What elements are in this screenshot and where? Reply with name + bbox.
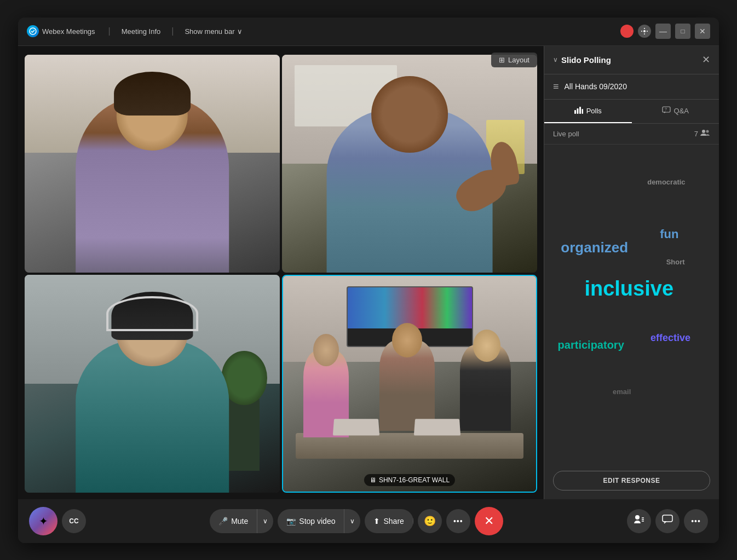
webex-logo: Webex Meetings xyxy=(27,25,95,37)
video-cell-3 xyxy=(25,275,280,493)
word-cloud-word: effective xyxy=(650,332,690,344)
slido-title: Slido Polling xyxy=(561,55,702,65)
layout-button[interactable]: ⊞ Layout xyxy=(491,53,537,67)
slido-toolbar: ≡ All Hands 09/2020 xyxy=(544,74,719,100)
participants-button[interactable] xyxy=(627,509,651,533)
slido-tabs: Polls ? Q&A xyxy=(544,100,719,124)
screen-share-icon: 🖥 xyxy=(370,476,376,484)
chat-button[interactable] xyxy=(655,509,680,533)
share-button[interactable]: ⬆ Share xyxy=(365,509,413,533)
svg-point-8 xyxy=(702,130,705,133)
word-cloud: inclusiveorganizedfunparticipatoryeffect… xyxy=(544,145,719,471)
word-cloud-word: democratic xyxy=(647,178,685,187)
settings-button[interactable] xyxy=(638,25,651,38)
video-grid: 🖥 SHN7-16-GREAT WALL xyxy=(25,55,537,493)
video-camera-icon: 📷 xyxy=(286,517,296,526)
tab-polls[interactable]: Polls xyxy=(544,100,632,123)
title-bar: Webex Meetings | Meeting Info | Show men… xyxy=(18,18,719,46)
layout-icon: ⊞ xyxy=(499,56,505,64)
show-menu-button[interactable]: Show menu bar ∨ xyxy=(180,25,246,38)
slido-meeting-title: All Hands 09/2020 xyxy=(565,82,710,91)
more-right-icon: ••• xyxy=(691,517,701,526)
more-options-button[interactable]: ••• xyxy=(446,509,470,533)
mute-dropdown-button[interactable]: ∨ xyxy=(257,517,273,525)
mute-button[interactable]: 🎤 Mute xyxy=(210,509,257,533)
window-minimize-button[interactable]: — xyxy=(655,24,671,39)
window-close-button[interactable]: ✕ xyxy=(695,24,710,39)
word-cloud-word: inclusive xyxy=(584,276,673,302)
title-bar-right: — □ ✕ xyxy=(620,24,710,39)
qa-icon: ? xyxy=(662,106,671,116)
chat-icon xyxy=(662,515,673,527)
live-poll-label: Live poll xyxy=(553,130,579,138)
live-poll-bar: Live poll 7 xyxy=(544,124,719,145)
polls-icon xyxy=(574,106,583,116)
participants-icon xyxy=(700,129,710,138)
window-maximize-button[interactable]: □ xyxy=(675,24,690,39)
video-area: ⊞ Layout xyxy=(18,46,544,499)
mute-control: 🎤 Mute ∨ xyxy=(210,509,273,533)
svg-rect-5 xyxy=(581,109,583,114)
word-cloud-word: organized xyxy=(561,239,628,256)
edit-response-button[interactable]: EDIT RESPONSE xyxy=(553,471,710,490)
captions-button[interactable]: CC xyxy=(62,509,86,533)
video-control: 📷 Stop video ∨ xyxy=(278,509,360,533)
reactions-button[interactable]: 🙂 xyxy=(418,509,442,533)
svg-text:?: ? xyxy=(665,107,667,111)
slido-header: ∨ Slido Polling ✕ xyxy=(544,46,719,74)
title-divider-2: | xyxy=(171,26,174,36)
slido-close-button[interactable]: ✕ xyxy=(702,54,710,66)
word-cloud-word: fun xyxy=(660,227,678,241)
participants-list-icon xyxy=(634,515,644,527)
svg-rect-14 xyxy=(663,515,672,522)
participant-name-4: SHN7-16-GREAT WALL xyxy=(379,476,450,484)
participant-count: 7 xyxy=(694,129,710,138)
bottom-controls: ✦ CC 🎤 Mute ∨ 📷 Stop video ∨ xyxy=(18,499,719,543)
microphone-icon: 🎤 xyxy=(218,517,228,526)
webex-logo-icon xyxy=(27,25,39,37)
stop-video-button[interactable]: 📷 Stop video xyxy=(278,509,344,533)
controls-center: 🎤 Mute ∨ 📷 Stop video ∨ ⬆ Share 🙂 xyxy=(210,507,503,535)
svg-point-1 xyxy=(643,30,646,32)
main-content: ⊞ Layout xyxy=(18,46,719,499)
more-right-button[interactable]: ••• xyxy=(684,509,708,533)
video-top-bar: ⊞ Layout xyxy=(491,53,537,67)
video-cell-2 xyxy=(282,55,537,273)
captions-icon: CC xyxy=(69,517,78,525)
svg-rect-2 xyxy=(574,110,576,114)
video-cell-1 xyxy=(25,55,280,273)
meeting-info-button[interactable]: Meeting Info xyxy=(117,25,165,38)
more-dots-icon: ••• xyxy=(453,517,463,526)
webex-app-title: Webex Meetings xyxy=(42,27,95,36)
word-cloud-word: participatory xyxy=(558,338,624,351)
app-window: Webex Meetings | Meeting Info | Show men… xyxy=(18,18,719,543)
end-call-icon: ✕ xyxy=(484,514,494,528)
title-bar-left: Webex Meetings | Meeting Info | Show men… xyxy=(27,25,620,38)
word-cloud-word: Short xyxy=(666,258,685,267)
controls-left: ✦ CC xyxy=(29,507,86,535)
video-dropdown-button[interactable]: ∨ xyxy=(344,517,360,525)
svg-point-10 xyxy=(635,515,640,519)
share-control: ⬆ Share xyxy=(365,509,413,533)
ai-assistant-button[interactable]: ✦ xyxy=(29,507,57,535)
controls-right: ••• xyxy=(627,509,708,533)
show-menu-chevron: ∨ xyxy=(237,27,243,36)
svg-rect-4 xyxy=(579,107,581,114)
slido-panel: ∨ Slido Polling ✕ ≡ All Hands 09/2020 xyxy=(544,46,719,499)
svg-rect-3 xyxy=(577,108,578,114)
title-divider-1: | xyxy=(108,26,111,36)
slido-collapse-chevron[interactable]: ∨ xyxy=(553,56,558,63)
slido-menu-icon[interactable]: ≡ xyxy=(553,81,559,93)
tab-qa[interactable]: ? Q&A xyxy=(632,100,719,123)
ai-icon: ✦ xyxy=(39,515,48,528)
participant-name-overlay-4: 🖥 SHN7-16-GREAT WALL xyxy=(364,474,455,486)
emoji-icon: 🙂 xyxy=(424,515,436,527)
word-cloud-container: inclusiveorganizedfunparticipatoryeffect… xyxy=(553,153,710,462)
video-cell-4: 🖥 SHN7-16-GREAT WALL xyxy=(282,275,537,493)
word-cloud-word: email xyxy=(613,388,631,396)
share-icon: ⬆ xyxy=(373,517,380,526)
record-button[interactable] xyxy=(620,25,634,38)
end-call-button[interactable]: ✕ xyxy=(475,507,503,535)
svg-point-9 xyxy=(706,130,709,132)
